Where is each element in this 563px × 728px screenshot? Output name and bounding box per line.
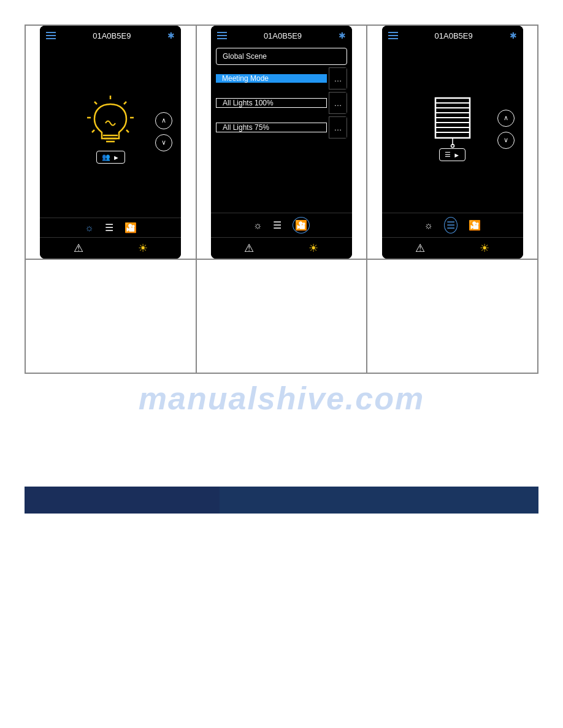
scene-item-0[interactable]: Meeting Mode … [216,67,347,89]
blinds-icon-3 [428,93,477,148]
phone-1-tabs: ☼ ☰ 🎦 [40,218,181,237]
group-icon-area-3: ☰ ► [439,148,465,161]
phone-3-tabs: ☼ ☰ 🎦 [382,213,523,237]
device-id-2: 01A0B5E9 [264,31,302,40]
arrow-right-icon: ► [113,154,120,161]
group-icon-symbol-3: ☰ [445,151,451,159]
bulb-area-1: ∧ ∨ 👥 ► [40,45,181,218]
group-icon-box-1[interactable]: 👥 ► [96,151,125,164]
tab-light-3[interactable]: ☼ [424,220,433,231]
scene-list-2: Global Scene Meeting Mode … All Lights 1… [211,45,352,213]
bluetooth-icon-1: ✱ [167,31,175,40]
tab-clapboard-2[interactable]: 🎦 [293,217,310,233]
grid-cell-2: 01A0B5E9 ✱ Global Scene Meeting Mode … A… [196,25,367,259]
tab-clapboard-1[interactable]: 🎦 [124,222,137,233]
bluetooth-icon-3: ✱ [510,31,517,40]
tab-light-2[interactable]: ☼ [253,220,262,231]
svg-line-6 [126,130,129,132]
scene-item-label-1: All Lights 100% [216,98,327,108]
phone-1-bottom: ⚠ ☀ [40,237,181,259]
scene-item-2[interactable]: All Lights 75% … [216,116,347,138]
scene-item-dots-0[interactable]: … [329,67,347,89]
scene-item-label-2: All Lights 75% [216,123,327,132]
grid-cell-1: 01A0B5E9 ✱ [25,25,196,259]
scene-header-label: Global Scene [216,48,347,65]
tab-clapboard-3[interactable]: 🎦 [469,219,481,231]
tab-light-1[interactable]: ☼ [85,222,94,233]
group-icon-symbol: 👥 [102,153,110,161]
banner-left [25,487,220,514]
device-id-3: 01A0B5E9 [435,31,473,40]
phone-1-header: 01A0B5E9 ✱ [40,26,181,45]
bottom-banner [25,487,538,514]
light-on-icon-3[interactable]: ☀ [480,241,489,255]
light-off-icon-2[interactable]: ⚠ [244,241,254,255]
phone-3: 01A0B5E9 ✱ [382,26,523,259]
menu-icon-1[interactable] [46,32,56,39]
svg-point-19 [451,145,454,148]
scene-item-label-0: Meeting Mode [216,74,327,83]
up-button-3[interactable]: ∧ [497,110,515,127]
group-icon-area-1: 👥 ► [96,151,125,164]
svg-line-3 [124,102,126,104]
blinds-area-3: ∧ ∨ ☰ ► [382,45,523,213]
down-button-1[interactable]: ∨ [155,134,172,151]
phone-3-header: 01A0B5E9 ✱ [382,26,523,45]
phone-2-tabs: ☼ ☰ 🎦 [211,213,352,237]
scene-item-1[interactable]: All Lights 100% … [216,92,347,114]
svg-line-1 [94,102,97,104]
grid-cell-5 [196,259,367,373]
phone-2-bottom: ⚠ ☀ [211,237,352,259]
up-down-buttons-1: ∧ ∨ [155,112,172,151]
phone-2: 01A0B5E9 ✱ Global Scene Meeting Mode … A… [211,26,352,259]
light-on-icon-2[interactable]: ☀ [308,241,318,255]
light-on-icon-1[interactable]: ☀ [138,241,148,255]
scene-item-dots-1[interactable]: … [329,92,347,114]
arrow-right-icon-3: ► [453,151,460,159]
menu-icon-3[interactable] [388,32,398,39]
up-down-buttons-3: ∧ ∨ [497,110,515,149]
phone-1: 01A0B5E9 ✱ [40,26,181,259]
grid-cell-3: 01A0B5E9 ✱ [367,25,538,259]
light-off-icon-3[interactable]: ⚠ [415,241,425,255]
grid-cell-4 [25,259,196,373]
phone-2-header: 01A0B5E9 ✱ [211,26,352,45]
down-button-3[interactable]: ∨ [497,132,515,149]
tab-list-2[interactable]: ☰ [273,219,282,231]
svg-line-5 [92,130,94,132]
banner-right [220,487,538,514]
device-id-1: 01A0B5E9 [93,31,131,40]
phone-3-bottom: ⚠ ☀ [382,237,523,259]
light-off-icon-1[interactable]: ⚠ [74,241,83,255]
watermark: manualshive.com [139,380,424,417]
scene-item-dots-2[interactable]: … [329,116,347,138]
tab-list-3[interactable]: ☰ [444,217,458,233]
grid-cell-6 [367,259,538,373]
up-button-1[interactable]: ∧ [155,112,172,129]
menu-icon-2[interactable] [217,32,227,39]
tab-list-1[interactable]: ☰ [105,222,113,233]
group-icon-box-3[interactable]: ☰ ► [439,148,465,161]
bulb-icon-1 [86,96,135,151]
bluetooth-icon-2: ✱ [339,31,346,40]
main-grid: 01A0B5E9 ✱ [25,25,538,374]
